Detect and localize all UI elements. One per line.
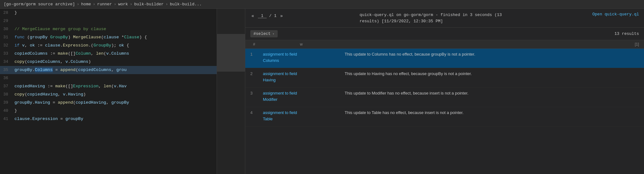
line-content: copiedHaving := make([]Expression, len(v… <box>13 82 245 90</box>
table-row[interactable]: 3 assignment to field Modifier This upda… <box>245 88 644 107</box>
row-number: 3 <box>248 88 260 98</box>
code-lines: 28 } 29 30 // MergeClause merge group by… <box>0 9 245 174</box>
line-content: func (groupBy GroupBy) MergeClause(claus… <box>13 33 245 41</box>
filter-select[interactable]: #select ▾ <box>250 30 278 37</box>
col-header-hash: # <box>248 40 260 48</box>
chevron-down-icon: ▾ <box>273 32 275 36</box>
line-number: 30 <box>0 25 13 33</box>
results-count: 13 results <box>614 31 639 36</box>
table-row[interactable]: 1 assignment to field Columns This updat… <box>245 49 644 68</box>
code-line-31: 31 func (groupBy GroupBy) MergeClause(cl… <box>0 33 245 41</box>
line-content: clause.Expression = groupBy <box>13 115 245 123</box>
table-row[interactable]: 4 assignment to field Table This update … <box>245 107 644 127</box>
line-content: } <box>13 9 245 17</box>
filter-label: #select <box>253 31 271 36</box>
breadcrumb-item-2[interactable]: runner <box>97 2 112 7</box>
field-link-line1[interactable]: assignment to field <box>263 90 340 96</box>
row-desc-cell: This update to Modifier has no effect, b… <box>342 88 641 99</box>
row-w-cell[interactable]: assignment to field Having <box>260 68 342 85</box>
line-number: 37 <box>0 82 13 90</box>
line-content: if v, ok := clause.Expression.(GroupBy);… <box>13 41 245 50</box>
line-content <box>13 74 245 82</box>
line-number: 28 <box>0 9 13 17</box>
minimap-thumb[interactable] <box>217 34 245 72</box>
line-number: 39 <box>0 99 13 107</box>
field-link-line2[interactable]: Table <box>263 116 340 122</box>
code-line-33: 33 copiedColumns := make([]Column, len(v… <box>0 50 245 58</box>
table-header: # w [1] <box>245 40 644 49</box>
line-number: 33 <box>0 50 13 58</box>
results-info-text: quick-query.ql on go-gorm/gorm - finishe… <box>359 12 517 24</box>
results-header: « / 1 » quick-query.ql on go-gorm/gorm -… <box>245 9 644 28</box>
code-line-39: 39 groupBy.Having = append(copiedHaving,… <box>0 99 245 107</box>
line-content: } <box>13 107 245 115</box>
line-number: 32 <box>0 41 13 50</box>
breadcrumb-item-1[interactable]: home <box>81 2 91 7</box>
results-table: # w [1] 1 assignment to field Columns Th… <box>245 40 644 174</box>
line-number: 36 <box>0 74 13 82</box>
breadcrumb-sep-2: › <box>114 2 116 7</box>
row-desc-cell: This update to Having has no effect, bec… <box>342 68 641 79</box>
code-line-28: 28 } <box>0 9 245 17</box>
table-body: 1 assignment to field Columns This updat… <box>245 49 644 127</box>
line-number: 35 <box>0 66 13 74</box>
field-link-line2[interactable]: Columns <box>263 57 340 64</box>
minimap-content <box>217 9 245 174</box>
line-content <box>13 17 245 25</box>
code-editor: 28 } 29 30 // MergeClause merge group by… <box>0 9 245 174</box>
table-row[interactable]: 2 assignment to field Having This update… <box>245 68 644 88</box>
field-link-line1[interactable]: assignment to field <box>263 110 340 116</box>
filter-bar: #select ▾ 13 results <box>245 28 644 40</box>
breadcrumb-item-4[interactable]: bulk-builder <box>134 2 164 7</box>
code-line-30: 30 // MergeClause merge group by clause <box>0 25 245 33</box>
line-number: 40 <box>0 107 13 115</box>
row-desc-cell: This update to Table has no effect, beca… <box>342 107 641 118</box>
breadcrumb-item-5[interactable]: bulk-build... <box>170 2 202 7</box>
line-number: 34 <box>0 58 13 66</box>
results-navigation: « / 1 » <box>250 13 284 19</box>
line-number: 41 <box>0 115 13 123</box>
field-link-line1[interactable]: assignment to field <box>263 71 340 77</box>
line-content: copy(copiedHaving, v.Having) <box>13 90 245 99</box>
line-content: copy(copiedColumns, v.Columns) <box>13 58 245 66</box>
minimap <box>217 9 245 174</box>
line-content: groupBy.Having = append(copiedHaving, gr… <box>13 99 245 107</box>
field-link-line2[interactable]: Having <box>263 77 340 83</box>
code-line-41: 41 clause.Expression = groupBy <box>0 115 245 123</box>
code-line-38: 38 copy(copiedHaving, v.Having) <box>0 90 245 99</box>
row-w-cell[interactable]: assignment to field Modifier <box>260 88 342 105</box>
row-number: 1 <box>248 49 260 59</box>
col-header-w: w <box>260 40 342 48</box>
page-input[interactable] <box>258 13 267 18</box>
line-number: 38 <box>0 90 13 99</box>
breadcrumb: [go-gorm/gorm source archive] › home › r… <box>0 0 644 9</box>
row-w-cell[interactable]: assignment to field Columns <box>260 49 342 66</box>
code-line-36: 36 <box>0 74 245 82</box>
row-number: 2 <box>248 68 260 79</box>
prev-page-button[interactable]: « <box>250 13 255 19</box>
code-line-35: 35 groupBy.Columns = append(copiedColumn… <box>0 66 245 74</box>
row-desc-cell: This update to Columns has no effect, be… <box>342 49 641 60</box>
code-line-32: 32 if v, ok := clause.Expression.(GroupB… <box>0 41 245 50</box>
code-line-34: 34 copy(copiedColumns, v.Columns) <box>0 58 245 66</box>
row-w-cell[interactable]: assignment to field Table <box>260 107 342 124</box>
line-number: 31 <box>0 33 13 41</box>
page-total: / 1 <box>269 14 276 18</box>
next-page-button[interactable]: » <box>279 13 284 19</box>
line-number: 29 <box>0 17 13 25</box>
code-line-40: 40 } <box>0 107 245 115</box>
col-header-1: [1] <box>342 40 641 48</box>
breadcrumb-item-0[interactable]: [go-gorm/gorm source archive] <box>4 2 75 7</box>
results-panel: « / 1 » quick-query.ql on go-gorm/gorm -… <box>245 9 644 174</box>
breadcrumb-sep-0: › <box>77 2 79 7</box>
open-query-link[interactable]: Open quick-query.ql <box>592 12 639 17</box>
field-link-line2[interactable]: Modifier <box>263 96 340 103</box>
field-link-line1[interactable]: assignment to field <box>263 51 340 57</box>
line-content: groupBy.Columns = append(copiedColumns, … <box>13 66 245 74</box>
breadcrumb-item-3[interactable]: work <box>118 2 128 7</box>
breadcrumb-sep-4: › <box>165 2 168 7</box>
row-number: 4 <box>248 107 260 117</box>
code-line-29: 29 <box>0 17 245 25</box>
breadcrumb-sep-1: › <box>93 2 95 7</box>
line-content: // MergeClause merge group by clause <box>13 25 245 33</box>
